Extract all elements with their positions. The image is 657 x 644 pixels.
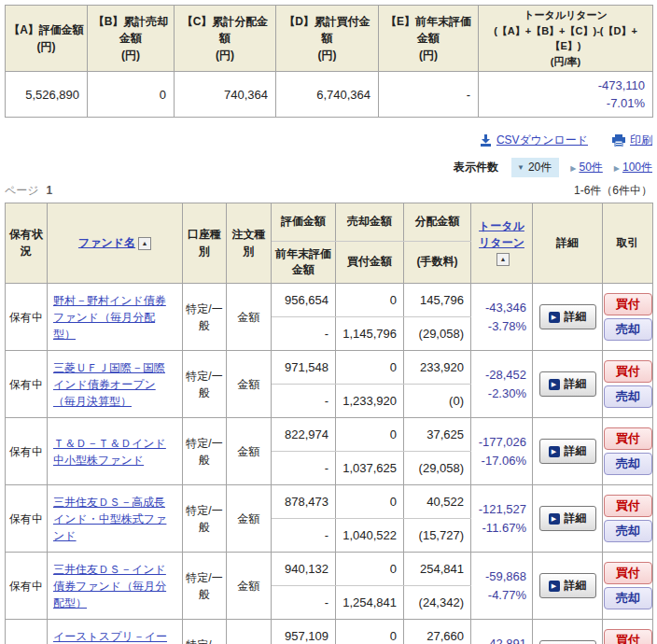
cell-trade: 買付売却 xyxy=(603,284,653,351)
summary-value-c: 740,364 xyxy=(175,72,276,118)
cell-eval-amount: 957,109 xyxy=(272,620,336,644)
cell-fee: (29,058) xyxy=(404,452,471,485)
cell-dist-amount: 27,660 xyxy=(404,620,471,644)
cell-fee: (29,058) xyxy=(404,317,471,351)
count-option-20[interactable]: ▼20件 xyxy=(511,158,559,177)
cell-dist-amount: 233,920 xyxy=(404,351,471,385)
sell-button[interactable]: 売却 xyxy=(604,318,652,341)
cell-detail: ▶詳細 xyxy=(533,620,603,644)
detail-button[interactable]: ▶詳細 xyxy=(539,371,596,397)
sell-button[interactable]: 売却 xyxy=(604,453,652,475)
buy-button[interactable]: 買付 xyxy=(604,427,652,450)
return-amount: -28,452 xyxy=(485,368,526,382)
page: 【A】評価金額(円) 【B】累計売却金額(円) 【C】累計分配金額(円) 【D】… xyxy=(5,0,652,644)
detail-button[interactable]: ▶詳細 xyxy=(539,640,596,644)
return-amount: -59,868 xyxy=(485,569,526,583)
cell-holding-status: 保有中 xyxy=(6,620,48,644)
fund-row: 保有中 三菱ＵＦＪ国際－国際インド債券オープン（毎月決算型） 特定/一般 金額 … xyxy=(6,351,653,385)
cell-fund-name: 野村－野村インド債券ファンド（毎月分配型） xyxy=(48,284,183,351)
summary-header-e-unit: (円) xyxy=(419,49,438,62)
cell-order-type: 金額 xyxy=(227,485,272,553)
buy-button[interactable]: 買付 xyxy=(604,293,652,315)
return-amount: -177,026 xyxy=(479,435,526,449)
cell-order-type: 金額 xyxy=(227,418,272,485)
fund-row: 保有中 三井住友ＤＳ－高成長インド・中型株式ファンド 特定/一般 金額 878,… xyxy=(6,485,653,519)
detail-arrow-icon: ▶ xyxy=(549,513,560,525)
cell-order-type: 金額 xyxy=(227,284,272,351)
detail-button-label: 詳細 xyxy=(565,376,587,392)
cell-fund-name: 三菱ＵＦＪ国際－国際インド債券オープン（毎月決算型） xyxy=(48,351,183,418)
total-return-sort-link[interactable]: トータルリターン xyxy=(479,219,524,248)
sell-button[interactable]: 売却 xyxy=(604,520,652,542)
fund-name-link[interactable]: Ｔ＆Ｄ－Ｔ＆Ｄインド中小型株ファンド xyxy=(53,437,166,467)
buy-button[interactable]: 買付 xyxy=(604,360,652,383)
cell-account-type: 特定/一般 xyxy=(183,485,227,553)
result-range: 1-6件（6件中） xyxy=(574,183,652,199)
csv-download-link[interactable]: CSVダウンロード xyxy=(480,133,588,148)
cell-fee: (15,727) xyxy=(404,519,471,553)
count-20-label: 20件 xyxy=(528,160,552,175)
return-amount: -42,891 xyxy=(485,637,526,644)
cell-prev-eval-amount: - xyxy=(272,519,336,553)
cell-detail: ▶詳細 xyxy=(533,553,603,620)
page-label: ページ xyxy=(5,184,39,197)
total-return-amount: -473,110 xyxy=(598,78,645,92)
summary-header-e-label: 【E】前年末評価金額 xyxy=(385,15,471,45)
sell-button[interactable]: 売却 xyxy=(604,385,652,408)
detail-button[interactable]: ▶詳細 xyxy=(539,506,596,531)
cell-order-type: 金額 xyxy=(227,351,272,418)
summary-header-d-label: 【D】累計買付金額 xyxy=(284,15,370,45)
cell-detail: ▶詳細 xyxy=(533,418,603,485)
fund-name-link[interactable]: 三井住友ＤＳ－高成長インド・中型株式ファンド xyxy=(53,496,166,542)
toolbar: CSVダウンロード 印刷 xyxy=(5,131,652,149)
fund-name-link[interactable]: 三井住友ＤＳ－インド債券ファンド（毎月分配型） xyxy=(53,563,166,609)
cell-fee: (24,342) xyxy=(404,586,471,620)
fund-row: 保有中 Ｔ＆Ｄ－Ｔ＆Ｄインド中小型株ファンド 特定/一般 金額 822,974 … xyxy=(6,418,653,452)
cell-sell-amount: 0 xyxy=(336,351,404,385)
summary-header-row: 【A】評価金額(円) 【B】累計売却金額(円) 【C】累計分配金額(円) 【D】… xyxy=(6,6,653,72)
cell-total-return: -43,346-3.78% xyxy=(471,284,533,351)
cell-fund-name: 三井住友ＤＳ－インド債券ファンド（毎月分配型） xyxy=(48,553,183,620)
cell-trade: 買付売却 xyxy=(603,418,653,485)
header-holding-status: 保有状況 xyxy=(6,203,48,284)
fund-name-sort-link[interactable]: ファンド名 xyxy=(78,236,135,249)
detail-button[interactable]: ▶詳細 xyxy=(539,304,596,329)
summary-header-a-label: 【A】評価金額 xyxy=(8,23,84,36)
display-count-bar: 表示件数 ▼20件 ▶50件 ▶100件 xyxy=(5,157,652,177)
cell-dist-amount: 254,841 xyxy=(404,553,471,586)
detail-button[interactable]: ▶詳細 xyxy=(539,439,596,464)
header-buy-amount: 買付金額 xyxy=(336,242,404,284)
header-account-type: 口座種別 xyxy=(183,203,227,284)
buy-button[interactable]: 買付 xyxy=(604,562,652,584)
cell-buy-amount: 1,037,625 xyxy=(336,452,404,485)
count-option-50[interactable]: ▶50件 xyxy=(570,160,603,175)
detail-button[interactable]: ▶詳細 xyxy=(539,573,596,598)
buy-button[interactable]: 買付 xyxy=(604,629,652,644)
count-option-100[interactable]: ▶100件 xyxy=(614,160,652,175)
sort-asc-icon[interactable]: ▲ xyxy=(138,237,151,250)
cell-trade: 買付売却 xyxy=(603,553,653,620)
count-100-link[interactable]: 100件 xyxy=(622,161,652,174)
cell-holding-status: 保有中 xyxy=(6,284,48,351)
cell-prev-eval-amount: - xyxy=(272,385,336,418)
cell-account-type: 特定/一般 xyxy=(183,418,227,485)
count-50-link[interactable]: 50件 xyxy=(579,161,602,174)
detail-arrow-icon: ▶ xyxy=(549,446,560,457)
header-total-return: トータルリターン▲ xyxy=(471,203,533,284)
sort-asc-icon[interactable]: ▲ xyxy=(496,253,510,266)
cell-sell-amount: 0 xyxy=(336,485,404,519)
detail-arrow-icon: ▶ xyxy=(549,312,560,323)
cell-dist-amount: 40,522 xyxy=(404,485,471,519)
cell-sell-amount: 0 xyxy=(336,620,404,644)
summary-header-d: 【D】累計買付金額(円) xyxy=(276,6,379,72)
csv-download-label: CSVダウンロード xyxy=(496,133,588,148)
summary-header-c: 【C】累計分配金額(円) xyxy=(175,6,276,72)
sell-button[interactable]: 売却 xyxy=(604,587,652,609)
summary-header-b: 【B】累計売却金額(円) xyxy=(88,6,175,72)
print-link[interactable]: 印刷 xyxy=(612,133,652,148)
fund-name-link[interactable]: イーストスプリ－イーストスプリング・インド消費関連ファンド xyxy=(53,630,168,644)
buy-button[interactable]: 買付 xyxy=(604,495,652,517)
fund-name-link[interactable]: 三菱ＵＦＪ国際－国際インド債券オープン（毎月決算型） xyxy=(53,361,165,408)
header-detail: 詳細 xyxy=(533,203,603,284)
fund-name-link[interactable]: 野村－野村インド債券ファンド（毎月分配型） xyxy=(53,294,166,341)
